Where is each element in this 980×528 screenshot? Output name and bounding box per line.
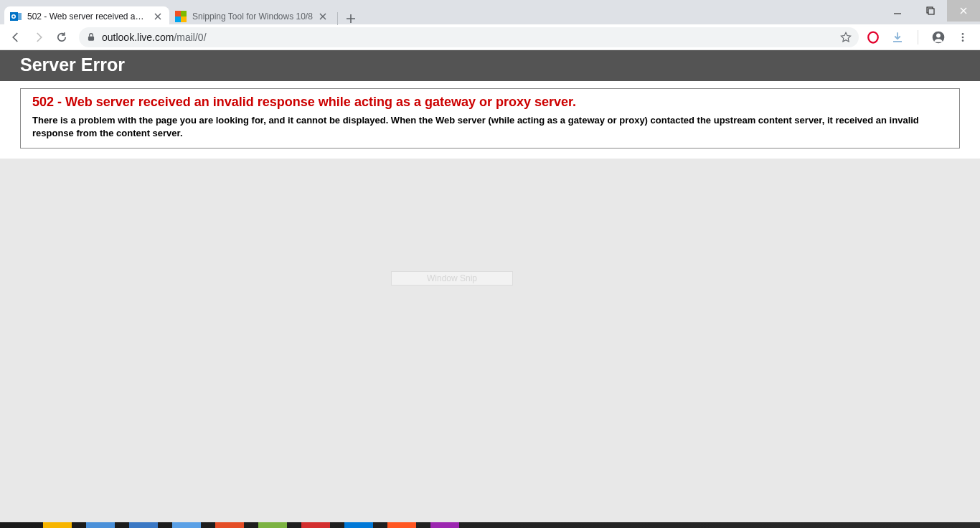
svg-point-11 bbox=[868, 32, 878, 42]
svg-rect-10 bbox=[88, 36, 94, 40]
minimize-button[interactable] bbox=[881, 0, 914, 22]
taskbar-item[interactable] bbox=[86, 522, 115, 528]
error-description: There is a problem with the page you are… bbox=[32, 114, 948, 139]
taskbar-items bbox=[0, 522, 980, 528]
svg-rect-7 bbox=[181, 16, 187, 22]
svg-rect-3 bbox=[13, 16, 15, 18]
svg-point-14 bbox=[962, 33, 964, 35]
taskbar-item[interactable] bbox=[215, 522, 244, 528]
taskbar-item[interactable] bbox=[43, 522, 72, 528]
svg-point-15 bbox=[962, 36, 964, 38]
maximize-button[interactable] bbox=[914, 0, 947, 22]
profile-icon[interactable] bbox=[930, 29, 947, 46]
new-tab-button[interactable] bbox=[341, 9, 361, 29]
outlook-icon bbox=[10, 11, 22, 22]
window-controls bbox=[881, 0, 980, 22]
taskbar-item[interactable] bbox=[344, 522, 373, 528]
bookmark-star-icon[interactable] bbox=[840, 32, 852, 43]
browser-titlebar: 502 - Web server received an inv Snippin… bbox=[0, 0, 980, 24]
svg-point-13 bbox=[936, 33, 941, 37]
url-text: outlook.live.com/mail/0/ bbox=[102, 32, 834, 43]
back-button[interactable] bbox=[4, 26, 27, 49]
error-heading: 502 - Web server received an invalid res… bbox=[32, 95, 948, 110]
taskbar-item[interactable] bbox=[301, 522, 330, 528]
page-title: Server Error bbox=[0, 50, 980, 81]
url-host: outlook.live.com bbox=[102, 32, 174, 43]
taskbar-item[interactable] bbox=[430, 522, 459, 528]
close-window-button[interactable] bbox=[947, 0, 980, 22]
taskbar-item[interactable] bbox=[387, 522, 416, 528]
toolbar-separator bbox=[918, 30, 918, 44]
close-icon[interactable] bbox=[317, 11, 329, 22]
address-bar[interactable]: outlook.live.com/mail/0/ bbox=[79, 27, 859, 47]
taskbar-item[interactable] bbox=[172, 522, 201, 528]
reload-button[interactable] bbox=[50, 26, 73, 49]
svg-rect-1 bbox=[18, 13, 22, 20]
svg-rect-6 bbox=[175, 16, 181, 22]
url-path: /mail/0/ bbox=[174, 32, 206, 43]
page-content: Server Error 502 - Web server received a… bbox=[0, 50, 980, 522]
tab-strip: 502 - Web server received an inv Snippin… bbox=[0, 0, 361, 29]
svg-point-16 bbox=[962, 39, 964, 42]
forward-button[interactable] bbox=[27, 26, 50, 49]
svg-rect-4 bbox=[175, 11, 181, 16]
taskbar-item[interactable] bbox=[258, 522, 287, 528]
tab-separator bbox=[337, 12, 338, 25]
svg-rect-9 bbox=[928, 9, 934, 14]
svg-rect-5 bbox=[181, 11, 187, 16]
taskbar-item[interactable] bbox=[129, 522, 158, 528]
snipping-tool-icon bbox=[175, 11, 187, 22]
error-card: 502 - Web server received an invalid res… bbox=[20, 88, 960, 148]
extension-opera-icon[interactable] bbox=[864, 29, 882, 46]
toolbar-actions bbox=[864, 29, 976, 46]
tab-title: Snipping Tool for Windows 10/8 bbox=[192, 11, 313, 22]
kebab-menu-icon[interactable] bbox=[954, 29, 971, 46]
tooltip: Window Snip bbox=[391, 271, 513, 286]
tab-inactive[interactable]: Snipping Tool for Windows 10/8 bbox=[169, 6, 334, 27]
lock-icon bbox=[86, 32, 96, 42]
tab-title: 502 - Web server received an inv bbox=[27, 11, 148, 22]
download-icon[interactable] bbox=[889, 29, 906, 46]
close-icon[interactable] bbox=[152, 11, 164, 22]
error-card-wrap: 502 - Web server received an invalid res… bbox=[0, 81, 980, 159]
tab-active[interactable]: 502 - Web server received an inv bbox=[4, 6, 169, 27]
